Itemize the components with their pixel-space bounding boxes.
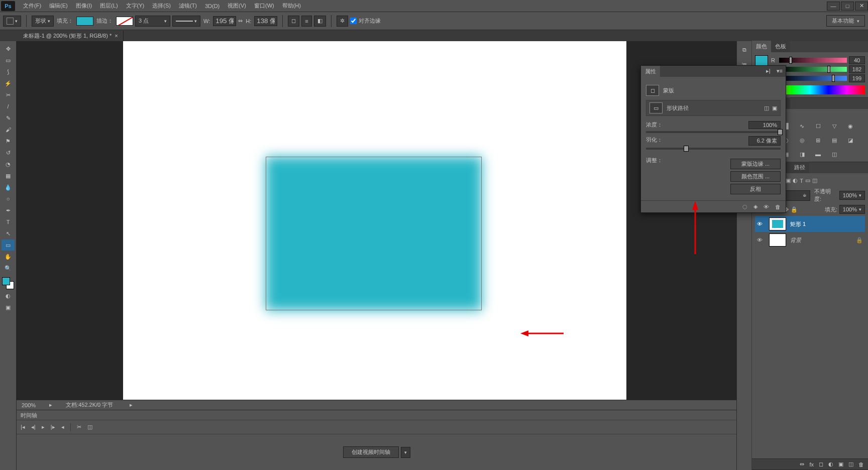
window-minimize-button[interactable]: — (827, 2, 840, 11)
type-tool[interactable]: T (2, 216, 15, 227)
brush-tool[interactable]: 🖌 (2, 124, 15, 135)
new-fill-adjust-icon[interactable]: ◐ (828, 461, 833, 467)
link-layers-icon[interactable]: ⇔ (800, 461, 804, 467)
layer-row-background[interactable]: 👁 背景 🔒 (755, 232, 865, 248)
mask-mode-icon[interactable]: ◻ (646, 85, 659, 96)
hue-icon[interactable]: ◉ (845, 122, 856, 131)
menu-type[interactable]: 文字(Y) (122, 0, 149, 12)
timeline-play[interactable]: ▸ (42, 424, 45, 430)
pixel-mask-button[interactable]: ◫ (764, 105, 769, 111)
timeline-tab[interactable]: 时间轴 (17, 410, 736, 420)
eraser-tool[interactable]: ◔ (2, 159, 15, 170)
color-picker[interactable] (1, 276, 15, 290)
window-restore-button[interactable]: □ (841, 2, 854, 11)
panel-collapse-icon[interactable]: ▸| (763, 66, 774, 77)
create-video-timeline-button[interactable]: 创建视频时间轴 (343, 446, 399, 458)
colorlookup-icon[interactable]: ▤ (829, 136, 840, 145)
visibility-icon[interactable]: 👁 (757, 221, 765, 227)
path-align-button[interactable]: ≡ (301, 16, 311, 27)
feather-slider[interactable] (646, 148, 781, 150)
vector-mask-icon[interactable]: ▭ (649, 102, 663, 113)
b-slider[interactable] (779, 76, 847, 81)
delete-mask-icon[interactable]: 🗑 (775, 204, 781, 210)
filter-smart-icon[interactable]: ◫ (812, 177, 817, 184)
layer-row-shape1[interactable]: 👁 矩形 1 (755, 216, 865, 232)
marquee-tool[interactable]: ▭ (2, 55, 15, 66)
blur-tool[interactable]: 💧 (2, 182, 15, 193)
menu-3d[interactable]: 3D(D) (201, 1, 224, 11)
properties-tab[interactable]: 属性 (641, 66, 660, 77)
g-slider[interactable] (779, 67, 847, 72)
color-range-button[interactable]: 颜色范围 ... (730, 171, 781, 182)
shape-mode-dropdown[interactable]: 形状 ▾ (32, 16, 54, 27)
shape-options-button[interactable]: ✲ (337, 16, 348, 27)
path-select-tool[interactable]: ↖ (2, 228, 15, 239)
history-panel-icon[interactable]: ⧉ (739, 44, 750, 55)
stroke-style-dropdown[interactable]: ▾ (172, 16, 200, 27)
move-tool[interactable]: ✥ (2, 43, 15, 54)
filter-pixel-icon[interactable]: ▣ (786, 177, 791, 184)
vibrance-icon[interactable]: ▽ (829, 122, 840, 131)
timeline-type-dropdown[interactable]: ▾ (401, 447, 410, 458)
layer-thumbnail[interactable] (769, 233, 786, 247)
workspace-dropdown[interactable]: 基本功能▾ (826, 15, 865, 27)
clone-stamp-tool[interactable]: ⚑ (2, 136, 15, 147)
apply-mask-icon[interactable]: ◈ (753, 203, 757, 210)
hand-tool[interactable]: ✋ (2, 251, 15, 262)
gradientmap-icon[interactable]: ▬ (813, 150, 824, 159)
document-tab[interactable]: 未标题-1 @ 200% (矩形 1, RGB/8) * × (18, 31, 124, 41)
menu-image[interactable]: 图像(I) (72, 0, 96, 12)
feather-value[interactable]: 6.2 像素 (748, 136, 781, 146)
timeline-cut-icon[interactable]: ✂ (77, 424, 81, 430)
paths-tab[interactable]: 路径 (790, 162, 809, 173)
document-tab-close[interactable]: × (115, 33, 118, 39)
rectangle-tool[interactable]: ▭ (2, 240, 15, 251)
swatches-tab[interactable]: 色板 (771, 41, 790, 52)
canvas-viewport[interactable] (17, 41, 736, 400)
mask-edge-button[interactable]: 蒙版边缘 ... (730, 159, 781, 169)
filter-shape-icon[interactable]: ▭ (805, 177, 810, 184)
timeline-prev-frame[interactable]: ◂| (31, 424, 36, 430)
vector-mask-button[interactable]: ▣ (772, 105, 777, 111)
properties-panel[interactable]: 属性 ▸| ▾≡ ◻ 蒙版 ▭ 形状路径 ◫ ▣ 浓度： 100% (640, 65, 786, 213)
screen-mode-toggle[interactable]: ▣ (2, 302, 15, 313)
dodge-tool[interactable]: ○ (2, 193, 15, 204)
fill-swatch[interactable] (76, 17, 93, 26)
tool-preset-button[interactable]: ▾ (3, 16, 21, 27)
gradient-tool[interactable]: ▦ (2, 170, 15, 181)
filter-type-icon[interactable]: T (800, 178, 803, 184)
invert-icon[interactable]: ◪ (845, 136, 856, 145)
photofilter-icon[interactable]: ◎ (797, 136, 808, 145)
path-arrange-button[interactable]: ◧ (314, 16, 326, 27)
visibility-icon[interactable]: 👁 (757, 237, 765, 243)
invert-mask-button[interactable]: 反相 (730, 184, 781, 194)
menu-window[interactable]: 窗口(W) (250, 0, 278, 12)
status-arrow-icon[interactable]: ▸ (48, 402, 54, 408)
menu-layer[interactable]: 图层(L) (96, 0, 122, 12)
menu-edit[interactable]: 编辑(E) (45, 0, 72, 12)
magic-wand-tool[interactable]: ⚡ (2, 78, 15, 89)
delete-layer-icon[interactable]: 🗑 (858, 461, 864, 467)
new-layer-icon[interactable]: ◫ (848, 461, 853, 467)
stroke-swatch[interactable] (116, 17, 133, 26)
zoom-tool[interactable]: 🔍 (2, 263, 15, 274)
disable-mask-icon[interactable]: 👁 (764, 204, 769, 210)
pen-tool[interactable]: ✒ (2, 205, 15, 216)
doc-info-arrow[interactable]: ▸ (128, 402, 134, 408)
healing-brush-tool[interactable]: ✎ (2, 112, 15, 124)
lasso-tool[interactable]: ⟆ (2, 66, 15, 77)
color-tab[interactable]: 颜色 (752, 41, 771, 52)
selective-icon[interactable]: ◫ (829, 150, 840, 159)
menu-select[interactable]: 选择(S) (148, 0, 175, 12)
layer-fx-icon[interactable]: fx (809, 461, 814, 467)
layer-mask-icon[interactable]: ◻ (819, 461, 823, 467)
new-group-icon[interactable]: ▣ (838, 461, 843, 467)
align-edges-input[interactable] (350, 18, 357, 24)
menu-view[interactable]: 视图(V) (224, 0, 250, 12)
r-value[interactable]: 40 (849, 56, 865, 64)
menu-file[interactable]: 文件(F) (19, 0, 45, 12)
layer-thumbnail[interactable] (769, 217, 786, 230)
opacity-input[interactable]: 100%▾ (839, 191, 865, 200)
curves-icon[interactable]: ∿ (797, 122, 808, 131)
exposure-icon[interactable]: ☐ (813, 122, 824, 131)
